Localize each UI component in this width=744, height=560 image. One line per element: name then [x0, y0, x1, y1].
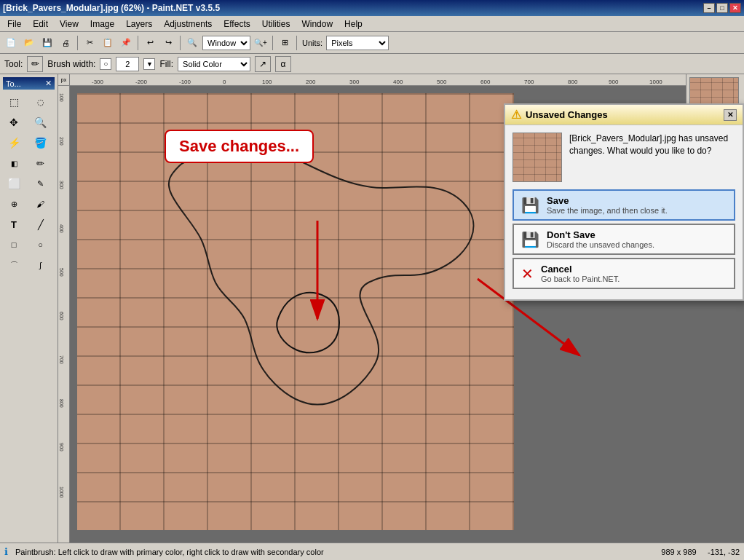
tool-gradient[interactable]: ◧: [3, 154, 25, 173]
status-bar: ℹ Paintbrush: Left click to draw with pr…: [0, 543, 744, 560]
dialog-cancel-button[interactable]: ✕ Cancel Go back to Paint.NET.: [513, 258, 735, 289]
tool-icon: ✏: [27, 56, 43, 72]
tool-select-rectangle[interactable]: ⬚: [3, 92, 25, 111]
dialog-close-button[interactable]: ✕: [724, 109, 737, 121]
tool-grid: ⬚ ◌ ✥ 🔍 ⚡ 🪣 ◧ ✏ ⬜ ✎ ⊕ 🖌 T ╱ □ ○ ⌒ ∫: [3, 92, 55, 275]
zoom-out-button[interactable]: 🔍: [184, 35, 200, 51]
tool-clone-stamp[interactable]: ⊕: [3, 194, 25, 213]
status-text: Paintbrush: Left click to draw with prim…: [15, 548, 324, 556]
dialog-top-section: [Brick_Pavers_Modular].jpg has unsaved c…: [513, 133, 735, 182]
ruler-unit-label: px: [61, 77, 66, 82]
tool-zoom[interactable]: 🔍: [30, 113, 52, 132]
ruler-corner: px: [58, 74, 70, 86]
toolbox-close-btn[interactable]: ✕: [45, 79, 52, 88]
menu-bar: File Edit View Image Layers Adjustments …: [0, 16, 744, 32]
fill-select[interactable]: Solid Color No Fill: [178, 57, 250, 71]
zoom-select[interactable]: Window 25% 50% 62% 100%: [202, 36, 250, 50]
dialog-warning-icon: ⚠: [511, 108, 521, 122]
tool-label: Tool:: [4, 59, 23, 69]
save-btn-text: Save Save the image, and then close it.: [547, 195, 668, 215]
sep5: [296, 36, 297, 50]
status-dimensions: 989 x 989 -131, -32: [661, 548, 740, 556]
close-window-button[interactable]: ✕: [729, 3, 741, 13]
brush-width-label: Brush width:: [47, 59, 95, 69]
dialog-save-button[interactable]: 💾 Save Save the image, and then close it…: [513, 189, 735, 221]
tool-ellipse[interactable]: ○: [30, 235, 52, 254]
alpha-icon[interactable]: α: [275, 56, 291, 72]
brush-size-decrement[interactable]: ▼: [143, 58, 155, 70]
tool-magic-wand[interactable]: ⚡: [3, 133, 25, 152]
tool-line[interactable]: ╱: [30, 215, 52, 234]
new-button[interactable]: 📄: [3, 35, 19, 51]
tool-text[interactable]: T: [3, 215, 25, 234]
brush-size-icon: ○: [100, 58, 111, 70]
tool-shapes[interactable]: □: [3, 235, 25, 254]
tool-extra[interactable]: ∫: [30, 256, 52, 275]
tool-freeform[interactable]: ⌒: [3, 256, 25, 275]
undo-button[interactable]: ↩: [142, 35, 158, 51]
dialog-content: [Brick_Pavers_Modular].jpg has unsaved c…: [505, 125, 743, 299]
title-bar-controls: – □ ✕: [703, 3, 741, 13]
sep2: [138, 36, 138, 50]
open-button[interactable]: 📂: [21, 35, 37, 51]
sep1: [77, 36, 78, 50]
zoom-in-button[interactable]: 🔍+: [253, 35, 269, 51]
dialog-title-left: ⚠ Unsaved Changes: [511, 108, 608, 122]
dontsave-btn-icon: 💾: [521, 231, 539, 248]
brush-size-input[interactable]: [116, 57, 139, 71]
tool-options-bar: Tool: ✏ Brush width: ○ ▼ Fill: Solid Col…: [0, 54, 744, 74]
tool-paint-bucket[interactable]: 🪣: [30, 133, 52, 152]
tool-recolor[interactable]: 🖌: [30, 194, 52, 213]
menu-edit[interactable]: Edit: [27, 17, 54, 31]
fill-label: Fill:: [159, 59, 173, 69]
toolbox-title-bar: To... ✕: [3, 77, 55, 90]
ruler-left: 100 200 300 400 500 600 700 800 900 1000: [58, 86, 70, 543]
maximize-button[interactable]: □: [716, 3, 728, 13]
paste-button[interactable]: 📌: [118, 35, 134, 51]
status-icon: ℹ: [4, 546, 8, 557]
title-bar: [Brick_Pavers_Modular].jpg (62%) - Paint…: [0, 0, 744, 16]
dialog-title-text: Unsaved Changes: [526, 109, 608, 120]
dontsave-btn-text: Don't Save Discard the unsaved changes.: [547, 229, 654, 249]
menu-layers[interactable]: Layers: [120, 17, 158, 31]
minimize-button[interactable]: –: [703, 3, 715, 13]
menu-utilities[interactable]: Utilities: [256, 17, 296, 31]
tool-paintbrush[interactable]: ✏: [30, 154, 52, 173]
cut-button[interactable]: ✂: [82, 35, 98, 51]
cancel-btn-text: Cancel Go back to Paint.NET.: [541, 264, 620, 283]
toolbar: 📄 📂 💾 🖨 ✂ 📋 📌 ↩ ↪ 🔍 Window 25% 50% 62% 1…: [0, 32, 744, 54]
color-blend-icon[interactable]: ↗: [255, 56, 271, 72]
units-select[interactable]: Pixels Inches Centimeters: [326, 36, 389, 50]
toolbox: To... ✕ ⬚ ◌ ✥ 🔍 ⚡ 🪣 ◧ ✏ ⬜ ✎ ⊕ 🖌 T ╱ □ ○ …: [0, 74, 58, 543]
redo-button[interactable]: ↪: [160, 35, 176, 51]
dialog-message: [Brick_Pavers_Modular].jpg has unsaved c…: [569, 133, 728, 182]
sep4: [272, 36, 273, 50]
tool-pencil[interactable]: ✎: [30, 174, 52, 193]
main-area: To... ✕ ⬚ ◌ ✥ 🔍 ⚡ 🪣 ◧ ✏ ⬜ ✎ ⊕ 🖌 T ╱ □ ○ …: [0, 74, 744, 543]
menu-help[interactable]: Help: [339, 17, 368, 31]
menu-effects[interactable]: Effects: [218, 17, 256, 31]
unsaved-changes-dialog: ⚠ Unsaved Changes ✕ [Brick_Pavers_Modula…: [504, 103, 744, 301]
dialog-thumbnail: [513, 133, 562, 182]
copy-button[interactable]: 📋: [100, 35, 116, 51]
canvas-area[interactable]: px -300 -200 -100 0 100 200 300 400 500 …: [58, 74, 744, 543]
print-button[interactable]: 🖨: [58, 35, 74, 51]
dialog-title-bar: ⚠ Unsaved Changes ✕: [505, 105, 743, 125]
tool-move[interactable]: ✥: [3, 113, 25, 132]
grid-button[interactable]: ⊞: [277, 35, 293, 51]
menu-file[interactable]: File: [1, 17, 27, 31]
tool-eraser[interactable]: ⬜: [3, 174, 25, 193]
dialog-dontsave-button[interactable]: 💾 Don't Save Discard the unsaved changes…: [513, 224, 735, 255]
menu-adjustments[interactable]: Adjustments: [158, 17, 218, 31]
menu-window[interactable]: Window: [296, 17, 339, 31]
menu-view[interactable]: View: [54, 17, 84, 31]
sep3: [180, 36, 181, 50]
cancel-btn-icon: ✕: [521, 265, 534, 283]
units-label: Units:: [302, 39, 322, 47]
save-toolbar-button[interactable]: 💾: [39, 35, 55, 51]
menu-image[interactable]: Image: [84, 17, 120, 31]
title-text: [Brick_Pavers_Modular].jpg (62%) - Paint…: [3, 3, 220, 13]
save-annotation-callout: Save changes...: [165, 130, 314, 163]
save-btn-icon: 💾: [521, 197, 539, 214]
tool-select-lasso[interactable]: ◌: [30, 92, 52, 111]
